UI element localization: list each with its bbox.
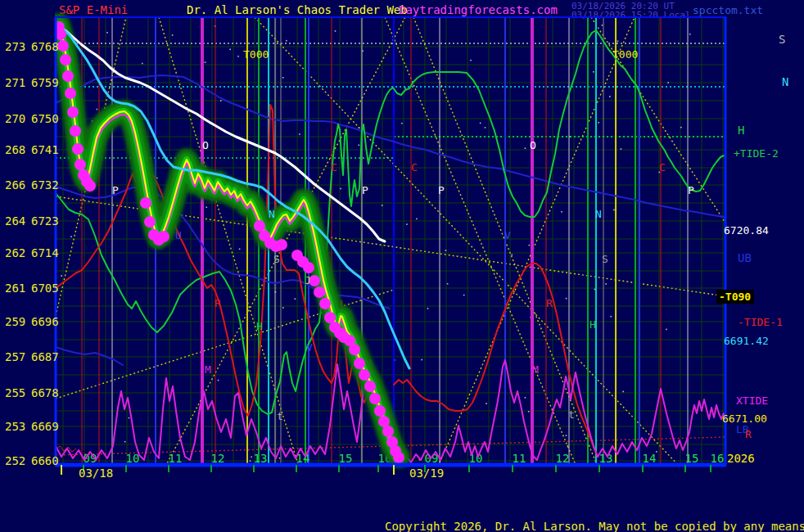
chart-canvas: 0910111213141516091011121314151603/1803/… (0, 0, 804, 532)
y-label-price: 6750 (31, 112, 59, 125)
y-label-alt: 257 (5, 350, 25, 363)
series-blue_c (56, 347, 123, 365)
astro-letter-R: R (546, 297, 553, 309)
astro-letter-H: H (256, 320, 263, 332)
y-label-price: 6732 (31, 178, 59, 192)
y-label-alt: 253 (5, 420, 25, 433)
plot-area: 09101112131415160910111213141516 (53, 17, 725, 479)
astro-letter-V: V (504, 229, 511, 241)
y-label-price: 6660 (31, 454, 59, 467)
margin-label-672084: 6720.84 (724, 224, 769, 237)
margin-label-H: H (738, 124, 744, 137)
margin-label-XTIDE: XTIDE (736, 394, 768, 407)
right-margin-labels: SNH+TIDE-26720.84UB-T090-TIDE-16691.42XT… (716, 33, 788, 465)
margin-label-R: R (745, 428, 752, 440)
y-label-price: 6759 (31, 76, 59, 89)
astro-letter-V: V (306, 341, 313, 354)
astro-letter-S: S (602, 253, 608, 265)
astro-letter-C: C (331, 161, 337, 174)
astro-letter-P: P (112, 184, 119, 196)
astro-letter-S: S (273, 253, 280, 265)
y-label-alt: 264 (5, 214, 25, 228)
astro-letter-O: O (202, 139, 209, 151)
astro-letter-t: t (568, 408, 575, 421)
astro-letter-N: N (595, 208, 602, 220)
y-label-price: 6678 (31, 386, 59, 399)
y-label-alt: 266 (5, 178, 25, 192)
astro-letter-P: P (362, 184, 368, 196)
series-red_tide1_d2 (394, 264, 598, 457)
y-label-alt: 262 (5, 246, 25, 259)
astro-letter-M: M (532, 363, 539, 376)
astro-letter-T000: T000 (612, 48, 638, 61)
y-label-alt: 259 (5, 315, 25, 328)
margin-label-UB: UB (738, 251, 752, 264)
chaos-trader-page: S&P E-Mini Dr. Al Larson's Chaos Trader … (0, 0, 804, 532)
margin-label-S: S (779, 33, 785, 46)
y-label-price: 6696 (31, 315, 59, 328)
astro-letter-H: H (589, 318, 596, 331)
astro-letter-C: C (411, 161, 418, 174)
y-label-price: 6714 (31, 246, 59, 259)
date-label-day2: 03/19 (409, 467, 444, 480)
astro-letter-N: N (269, 208, 275, 220)
margin-label-N: N (782, 75, 788, 88)
margin-label-+TIDE-2: +TIDE-2 (734, 147, 779, 160)
astro-letter-M: M (205, 363, 211, 376)
y-label-alt: 255 (5, 386, 25, 399)
astro-letter-J: J (305, 274, 311, 286)
y-label-alt: 273 (5, 40, 25, 53)
y-axis-labels: 2736768271675927067502686741266673226467… (5, 40, 59, 467)
y-label-alt: 271 (5, 76, 25, 89)
margin-label--T090: -T090 (719, 291, 751, 303)
margin-label-2026: 2026 (727, 452, 755, 465)
astro-letter-C: C (659, 161, 666, 174)
y-label-alt: 252 (5, 454, 25, 467)
y-label-price: 6687 (31, 350, 59, 363)
astro-letter-P: P (688, 184, 694, 196)
margin-label--TIDE-1: -TIDE-1 (738, 316, 783, 328)
astro-letter-P: P (438, 184, 445, 196)
y-label-price: 6768 (31, 40, 59, 53)
y-label-price: 6705 (31, 282, 59, 295)
astro-letter-t: t (277, 410, 283, 422)
date-label-day1: 03/18 (79, 467, 113, 480)
astro-letter-O: O (530, 139, 536, 151)
astro-letter-U: U (175, 229, 182, 241)
margin-label-669142: 6691.42 (724, 335, 769, 347)
copyright-notice: Copyright 2026, Dr. Al Larson. May not b… (385, 520, 804, 532)
y-label-alt: 261 (5, 282, 25, 295)
y-label-alt: 268 (5, 143, 25, 156)
astro-letter-T000: T000 (243, 48, 269, 61)
y-label-price: 6741 (31, 143, 59, 156)
y-label-price: 6723 (31, 214, 59, 228)
y-label-price: 6669 (31, 420, 59, 433)
astro-letter-R: R (215, 297, 221, 309)
y-label-alt: 270 (5, 112, 25, 125)
